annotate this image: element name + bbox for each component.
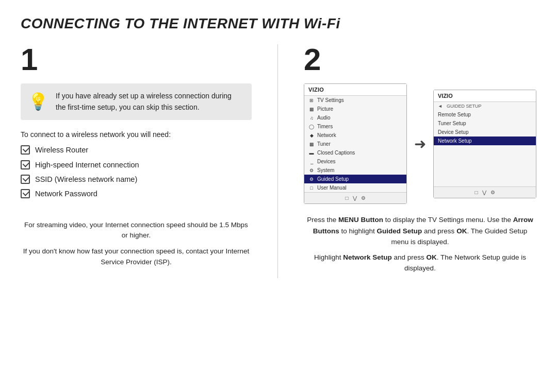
- cc-icon: ▬: [308, 150, 315, 156]
- tv-menu-tv-settings: ⊞ TV Settings: [304, 96, 406, 105]
- tv-settings-icon: ⊞: [308, 98, 315, 103]
- devices-icon: ⎯: [308, 159, 315, 164]
- tv-menu-label: TV Settings: [317, 97, 344, 103]
- checklist-item-label: Network Password: [35, 189, 97, 199]
- tv-menu-picture: ▩ Picture: [304, 105, 406, 113]
- tv-right-header-label: ◄ GUIDED SETUP: [434, 102, 536, 110]
- tv-right-tuner-setup: Tuner Setup: [434, 119, 536, 128]
- footer-icon-1: □: [345, 195, 348, 201]
- tv-screen-left-footer: □ ⋁ ⚙: [304, 192, 406, 203]
- step1-notes: For streaming video, your Internet conne…: [21, 220, 252, 268]
- network-icon: ◆: [308, 133, 315, 138]
- tv-screen-left-brand: VIZIO: [304, 84, 406, 96]
- tv-menu-guided-setup: ⚙ Guided Setup: [304, 175, 406, 183]
- tv-screen-left: VIZIO ⊞ TV Settings ▩ Picture ♫ Audio ◯ …: [304, 83, 407, 204]
- tuner-icon: ▩: [308, 142, 315, 147]
- footer-icon-2: ⋁: [353, 195, 357, 201]
- step2-column: 2 VIZIO ⊞ TV Settings ▩ Picture ♫ Audio: [304, 44, 536, 278]
- tv-menu-user-manual: □ User Manual: [304, 183, 406, 192]
- note-2: If you don't know how fast your connecti…: [21, 246, 252, 268]
- tv-menu-timers: ◯ Timers: [304, 122, 406, 131]
- checklist-item: SSID (Wireless network name): [21, 174, 252, 184]
- requirements-label: To connect to a wireless network you wil…: [21, 130, 252, 139]
- checkbox-icon-1: [21, 145, 30, 155]
- tv-menu-label: Tuner Setup: [438, 121, 466, 126]
- tv-screen-right: VIZIO ◄ GUIDED SETUP Remote Setup Tuner …: [433, 90, 536, 198]
- step2-desc-1: Press the MENU Button to display the TV …: [304, 214, 536, 248]
- arrow-right-icon: ➜: [414, 135, 426, 152]
- checklist-item-label: Wireless Router: [35, 145, 88, 155]
- tv-right-network-setup: Network Setup: [434, 137, 536, 145]
- step1-column: 1 💡 If you have already set up a wireles…: [21, 44, 252, 273]
- tv-menu-devices: ⎯ Devices: [304, 157, 406, 166]
- tv-screens: VIZIO ⊞ TV Settings ▩ Picture ♫ Audio ◯ …: [304, 83, 536, 204]
- picture-icon: ▩: [308, 107, 315, 112]
- checklist-item: Wireless Router: [21, 145, 252, 155]
- tv-right-device-setup: Device Setup: [434, 128, 536, 137]
- tv-screen-right-footer: □ ⋁ ⚙: [434, 186, 536, 198]
- tv-menu-label: User Manual: [317, 185, 347, 191]
- tv-menu-tuner: ▩ Tuner: [304, 140, 406, 148]
- footer-icon-3: ⚙: [361, 195, 366, 201]
- user-manual-icon: □: [308, 185, 315, 191]
- tv-menu-label: Timers: [317, 124, 333, 129]
- audio-icon: ♫: [308, 115, 315, 121]
- step2-description: Press the MENU Button to display the TV …: [304, 214, 536, 274]
- tv-menu-label: Remote Setup: [438, 112, 471, 117]
- checkbox-icon-2: [21, 160, 30, 169]
- tv-menu-label: Network: [317, 132, 336, 138]
- tv-menu-audio: ♫ Audio: [304, 113, 406, 122]
- tv-menu-label: System: [317, 167, 334, 173]
- checkbox-icon-4: [21, 189, 30, 198]
- tv-right-remote-setup: Remote Setup: [434, 110, 536, 119]
- tv-menu-label: Network Setup: [438, 138, 472, 144]
- footer-icon-1: □: [474, 190, 478, 195]
- tip-text: If you have already set up a wireless co…: [56, 91, 242, 113]
- step1-number: 1: [21, 44, 252, 75]
- tv-menu-label: Picture: [317, 106, 333, 112]
- tv-menu-label: Tuner: [317, 141, 331, 147]
- timers-icon: ◯: [308, 124, 315, 129]
- tv-menu-network: ◆ Network: [304, 131, 406, 140]
- checklist-item: Network Password: [21, 189, 252, 199]
- column-divider: [277, 44, 278, 278]
- tv-menu-label: Device Setup: [438, 129, 468, 135]
- tv-menu-closed-captions: ▬ Closed Captions: [304, 148, 406, 157]
- guided-setup-icon: ⚙: [308, 177, 315, 182]
- checklist: Wireless Router High-speed Internet conn…: [21, 145, 252, 199]
- tv-menu-label: Audio: [317, 115, 331, 121]
- note-1: For streaming video, your Internet conne…: [21, 220, 252, 242]
- checkbox-icon-3: [21, 175, 30, 184]
- checklist-item-label: SSID (Wireless network name): [35, 174, 137, 184]
- tv-menu-system: ⚙ System: [304, 166, 406, 175]
- checklist-item: High-speed Internet connection: [21, 160, 252, 170]
- tv-menu-label: Devices: [317, 159, 336, 164]
- footer-icon-2: ⋁: [482, 190, 486, 195]
- tv-menu-label: Guided Setup: [317, 176, 349, 182]
- tv-right-spacer: [434, 145, 536, 186]
- tv-menu-label: Closed Captions: [317, 150, 355, 156]
- step2-desc-2: Highlight Network Setup and press OK. Th…: [304, 252, 536, 274]
- back-arrow-icon: ◄: [438, 104, 443, 109]
- step2-number: 2: [304, 44, 536, 75]
- lightbulb-icon: 💡: [28, 92, 48, 111]
- footer-icon-3: ⚙: [490, 190, 495, 195]
- page-title: CONNECTING TO THE INTERNET WITH Wi-Fi: [21, 15, 536, 32]
- system-icon: ⚙: [308, 168, 315, 173]
- checklist-item-label: High-speed Internet connection: [35, 160, 139, 170]
- tip-box: 💡 If you have already set up a wireless …: [21, 83, 252, 120]
- tv-screen-right-brand: VIZIO: [434, 90, 536, 102]
